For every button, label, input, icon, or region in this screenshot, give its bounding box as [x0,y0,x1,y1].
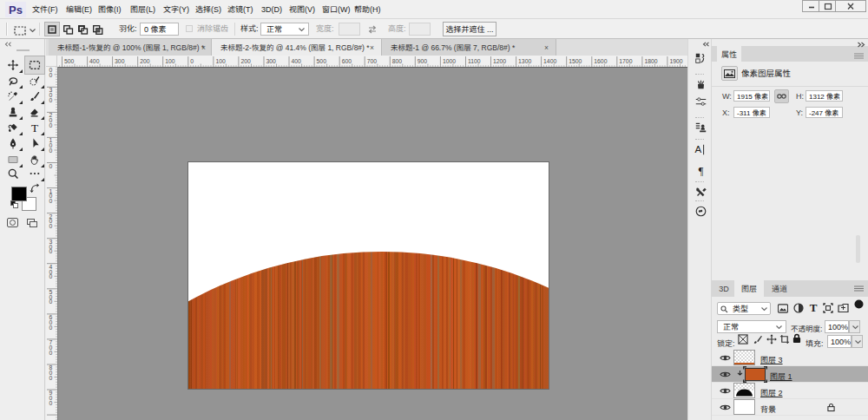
svg-text:1200: 1200 [493,58,506,64]
svg-text:1800: 1800 [644,58,657,64]
svg-text:200: 200 [140,58,150,64]
svg-text:500: 500 [317,58,327,64]
svg-text:700: 700 [367,58,378,64]
svg-text:0: 0 [49,223,53,229]
svg-text:0: 0 [190,58,194,64]
svg-text:0: 0 [49,299,53,305]
svg-text:800: 800 [392,58,403,64]
svg-text:100: 100 [165,58,175,64]
svg-text:400: 400 [292,58,302,64]
svg-text:1600: 1600 [594,58,607,64]
svg-text:900: 900 [418,58,428,64]
svg-text:300: 300 [266,58,277,64]
svg-text:0: 0 [49,198,53,204]
svg-text:300: 300 [115,58,125,64]
svg-text:600: 600 [342,58,352,64]
svg-text:1000: 1000 [443,58,456,64]
svg-text:0: 0 [49,325,53,331]
svg-text:1900: 1900 [669,58,682,64]
svg-text:T: T [31,121,38,134]
svg-text:0: 0 [49,148,53,154]
svg-text:0: 0 [49,375,53,381]
svg-text:0: 0 [49,248,53,254]
svg-text:0: 0 [49,273,53,279]
svg-text:0: 0 [49,400,53,406]
svg-text:200: 200 [240,58,251,64]
svg-text:1400: 1400 [543,58,556,64]
svg-text:0: 0 [49,97,53,103]
svg-text:A: A [695,144,702,154]
svg-text:1500: 1500 [569,58,582,64]
svg-text:1100: 1100 [468,58,481,64]
svg-text:1300: 1300 [518,58,531,64]
svg-text:400: 400 [89,58,100,64]
svg-text:0: 0 [49,163,53,169]
svg-text:100: 100 [215,58,226,64]
svg-text:0: 0 [49,72,53,78]
svg-text:1700: 1700 [619,58,632,64]
svg-text:0: 0 [49,122,53,128]
svg-text:¶: ¶ [699,165,704,177]
svg-text:500: 500 [64,58,75,64]
svg-text:0: 0 [49,350,53,356]
